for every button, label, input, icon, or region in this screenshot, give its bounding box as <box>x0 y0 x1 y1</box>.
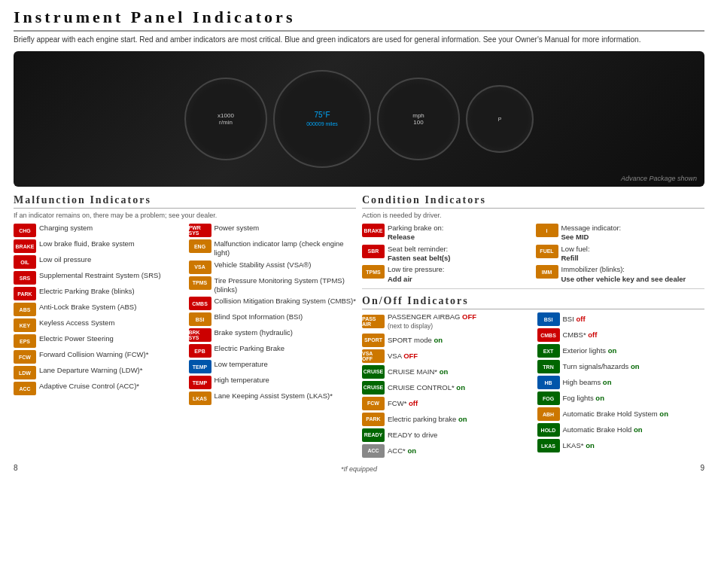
malfunction-subtitle: If an indicator remains on, there may be… <box>14 212 356 219</box>
indicator-icon: SRS <box>14 271 36 285</box>
indicator-icon: PWR SYS <box>189 224 211 237</box>
onoff-icon: FCW <box>362 397 385 410</box>
indicator-label: Lane Departure Warning (LDW)* <box>39 366 142 375</box>
indicator-icon: FCW <box>14 350 36 364</box>
indicator-icon: ACC <box>14 382 36 395</box>
page-left: 8 <box>14 464 18 473</box>
onoff-label: CRUISE CONTROL* on <box>388 383 465 392</box>
indicator-label: High temperature <box>214 376 269 385</box>
indicator-label: Lane Keeping Assist System (LKAS)* <box>214 391 333 401</box>
indicator-label: Low brake fluid, Brake system <box>39 239 135 248</box>
onoff-item: CMBS CMBS* off <box>537 328 705 342</box>
malfunction-item: BSI Blind Spot Information (BSI) <box>189 312 357 326</box>
cond-icon-left: TPMS <box>362 265 385 279</box>
onoff-icon: BSI <box>537 312 560 326</box>
indicator-label: Brake system (hydraulic) <box>214 328 294 337</box>
indicator-label: Electric Power Steering <box>39 334 114 343</box>
onoff-label: FCW* off <box>388 399 418 408</box>
condition-table: BRAKE Parking brake on:Release i Message… <box>362 224 704 284</box>
onoff-icon: CRUISE <box>362 381 385 395</box>
onoff-label: Exterior lights on <box>563 346 617 355</box>
speed-gauge: 75°F000009 miles <box>273 70 371 168</box>
indicator-icon: BRK SYS <box>189 328 211 342</box>
indicator-icon: PARK <box>14 287 36 300</box>
onoff-title: On/Off Indicators <box>362 295 704 309</box>
onoff-item: FCW FCW* off <box>362 397 530 410</box>
power-gauge: P <box>466 85 534 153</box>
indicator-label: Electric Parking Brake <box>214 344 284 353</box>
malfunction-item: EPS Electric Power Steering <box>14 334 181 348</box>
cond-label-right: Message indicator:See MID <box>561 224 622 242</box>
indicator-icon: LDW <box>14 366 36 379</box>
page-right: 9 <box>700 464 704 473</box>
onoff-label: LKAS* on <box>563 441 595 450</box>
onoff-icon: PARK <box>362 413 385 426</box>
onoff-item: FOG Fog lights on <box>537 391 705 405</box>
onoff-icon: ABH <box>537 407 560 421</box>
onoff-icon: HB <box>537 376 560 389</box>
malfunction-item: FCW Forward Collision Warning (FCW)* <box>14 350 181 364</box>
onoff-item: ACC ACC* on <box>362 444 530 458</box>
indicator-icon: LKAS <box>189 391 211 405</box>
cond-right: IMM Immobilizer (blinks):Use other vehic… <box>536 265 705 284</box>
indicator-label: Charging system <box>39 224 93 233</box>
onoff-label: VSA OFF <box>388 352 418 361</box>
onoff-icon: ACC <box>362 444 385 458</box>
indicator-icon: TPMS <box>189 276 211 290</box>
malfunction-item: EPB Electric Parking Brake <box>189 344 357 358</box>
indicator-icon: CMBS <box>189 297 211 310</box>
malfunction-item: TPMS Tire Pressure Monitoring System (TP… <box>189 276 357 295</box>
onoff-label: Automatic Brake Hold on <box>563 425 643 434</box>
cond-label-right: Low fuel:Refill <box>561 245 590 264</box>
indicator-icon: TEMP <box>189 376 211 389</box>
onoff-item: READY READY to drive <box>362 428 530 442</box>
onoff-item: HOLD Automatic Brake Hold on <box>537 423 705 437</box>
onoff-cols: PASS AIR PASSENGER AIRBAG OFF(next to di… <box>362 312 704 458</box>
malfunction-panel: Malfunction Indicators If an indicator r… <box>14 194 356 458</box>
malfunction-item: BRAKE Low brake fluid, Brake system <box>14 239 181 253</box>
onoff-icon: VSA OFF <box>362 349 385 363</box>
malfunction-item: PWR SYS Power system <box>189 224 357 237</box>
indicator-label: Electric Parking Brake (blinks) <box>39 287 135 296</box>
condition-title: Condition Indicators <box>362 194 704 209</box>
onoff-item: ABH Automatic Brake Hold System on <box>537 407 705 421</box>
onoff-label: High beams on <box>563 378 612 387</box>
malfunction-title: Malfunction Indicators <box>14 194 356 209</box>
malfunction-item: CMBS Collision Mitigation Braking System… <box>189 297 357 310</box>
malfunction-item: CHG Charging system <box>14 224 181 237</box>
onoff-label: ACC* on <box>388 446 416 455</box>
onoff-icon: TRN <box>537 360 560 373</box>
onoff-label: CRUISE MAIN* on <box>388 367 448 376</box>
onoff-label: BSI off <box>563 315 586 324</box>
malfunction-cols: CHG Charging system BRAKE Low brake flui… <box>14 224 356 405</box>
malfunction-item: LDW Lane Departure Warning (LDW)* <box>14 366 181 379</box>
malfunction-col2: PWR SYS Power system ENG Malfunction ind… <box>189 224 357 405</box>
tach-gauge: x1000r/min <box>184 78 267 160</box>
cond-icon-left: BRAKE <box>362 224 385 237</box>
indicator-icon: VSA <box>189 260 211 274</box>
malfunction-item: LKAS Lane Keeping Assist System (LKAS)* <box>189 391 357 405</box>
indicator-icon: ABS <box>14 303 36 316</box>
cond-left: BRAKE Parking brake on:Release <box>362 224 531 242</box>
indicator-icon: TEMP <box>189 360 211 373</box>
cond-icon-right: IMM <box>536 265 558 279</box>
onoff-icon: READY <box>362 428 385 442</box>
main-panels: Malfunction Indicators If an indicator r… <box>14 194 704 458</box>
cond-icon-left: SBR <box>362 245 385 258</box>
onoff-icon: FOG <box>537 391 560 405</box>
onoff-col1: PASS AIR PASSENGER AIRBAG OFF(next to di… <box>362 312 530 458</box>
indicator-icon: CHG <box>14 224 36 237</box>
onoff-icon: LKAS <box>537 439 560 452</box>
malfunction-col1: CHG Charging system BRAKE Low brake flui… <box>14 224 181 405</box>
malfunction-item: ABS Anti-Lock Brake System (ABS) <box>14 303 181 316</box>
onoff-icon: PASS AIR <box>362 315 385 328</box>
onoff-icon: CMBS <box>537 328 560 342</box>
malfunction-item: BRK SYS Brake system (hydraulic) <box>189 328 357 342</box>
indicator-label: Power system <box>214 224 260 233</box>
indicator-icon: ENG <box>189 239 211 253</box>
indicator-icon: BRAKE <box>14 239 36 253</box>
onoff-label: Fog lights on <box>563 394 604 403</box>
indicator-icon: BSI <box>189 312 211 326</box>
onoff-label: PASSENGER AIRBAG OFF(next to display) <box>388 312 476 331</box>
indicator-label: Malfunction indicator lamp (check engine… <box>214 239 357 258</box>
